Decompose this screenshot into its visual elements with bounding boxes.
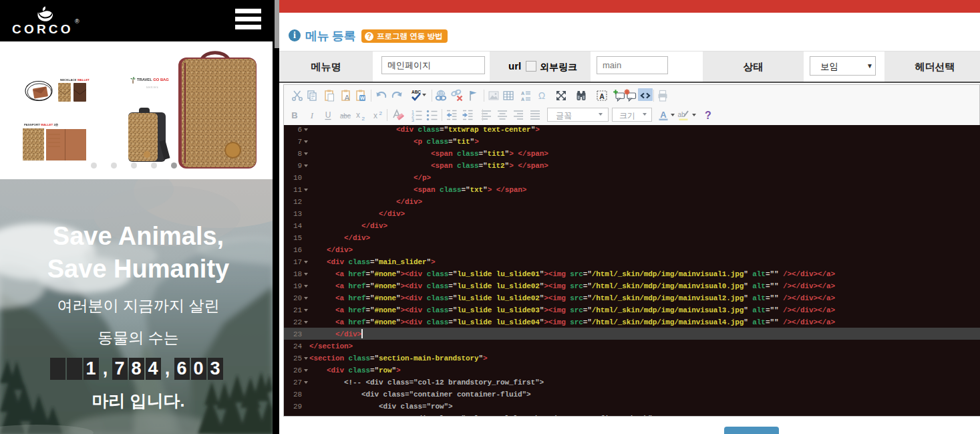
svg-text:x: x	[373, 111, 377, 120]
svg-text:x: x	[356, 110, 360, 120]
svg-text:B: B	[291, 110, 297, 120]
svg-text:A: A	[660, 110, 667, 120]
svg-text:U: U	[325, 110, 331, 120]
svg-text:I: I	[310, 110, 314, 120]
svg-text:3: 3	[412, 118, 414, 122]
svg-text:ab: ab	[677, 111, 685, 118]
svg-text:2: 2	[362, 116, 365, 122]
svg-text:2: 2	[379, 110, 383, 116]
svg-text:?: ?	[705, 110, 711, 121]
